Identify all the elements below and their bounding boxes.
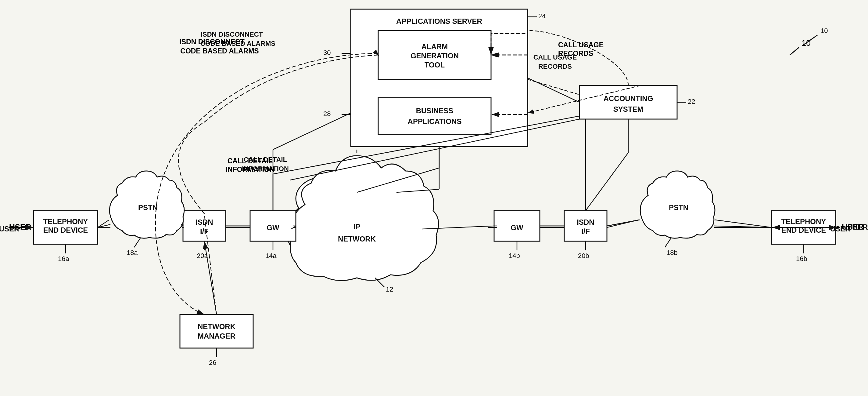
isdn-disconnect-annotation-2: CODE BASED ALARMS (180, 47, 259, 55)
ref-26: 26 (209, 359, 216, 366)
network-manager-label-1: NETWORK (198, 322, 236, 331)
svg-line-70 (528, 79, 580, 95)
isdn-if-b-label-2: I/F (581, 227, 590, 235)
pstn-b-cloud: PSTN (640, 171, 715, 238)
ip-network-cloud: IP NETWORK (287, 156, 439, 281)
call-usage-annotation-1: CALL USAGE (558, 41, 603, 49)
svg-line-98 (204, 241, 217, 314)
alarm-gen-tool-label-1: ALARM (422, 43, 448, 51)
svg-line-71 (378, 55, 379, 56)
svg-line-16 (134, 238, 140, 247)
user-a-text: USER (9, 222, 31, 231)
user-b-text: USER (842, 222, 864, 231)
ref-28: 28 (323, 110, 331, 117)
ref-14b: 14b (509, 252, 520, 259)
pstn-a-label: PSTN (138, 203, 158, 211)
svg-line-17 (665, 238, 671, 247)
business-apps-box (378, 98, 491, 134)
ref-12: 12 (386, 285, 393, 293)
ref-16a: 16a (58, 255, 69, 262)
ref-30: 30 (323, 49, 331, 56)
ref-20b: 20b (578, 252, 589, 259)
business-apps-label-1: BUSINESS (416, 107, 454, 115)
svg-line-103 (790, 47, 799, 55)
telephony-end-a-label-2: END DEVICE (43, 226, 88, 234)
network-manager-label-2: MANAGER (198, 332, 236, 340)
pstn-b-label: PSTN (669, 203, 688, 211)
accounting-system-label-1: ACCOUNTING (603, 94, 653, 103)
call-detail-annotation-1: CALL DETAIL (227, 157, 273, 165)
ref-18b: 18b (666, 249, 678, 256)
ref-22: 22 (688, 98, 695, 105)
accounting-system-label-2: SYSTEM (613, 105, 644, 113)
gw-a-label: GW (267, 224, 279, 232)
svg-line-86 (607, 220, 639, 226)
ref-16b: 16b (796, 255, 807, 262)
ref-14a: 14a (265, 252, 277, 259)
ip-network-label-1: IP (353, 223, 361, 231)
telephony-end-b-label-1: TELEPHONY (781, 217, 826, 226)
business-apps-label-2: APPLICATIONS (408, 117, 462, 125)
ref-10-text: 10 (802, 38, 811, 48)
gw-b-label: GW (510, 224, 523, 232)
svg-line-69 (586, 153, 628, 211)
ip-network-label-2: NETWORK (338, 235, 376, 243)
isdn-disconnect-annotation-1: ISDN DISCONNECT (179, 38, 244, 46)
isdn-if-b-label-1: ISDN (577, 218, 594, 226)
diagram-container: APPLICATIONS SERVER 24 ALARM GENERATION … (0, 0, 868, 396)
pstn-a-cloud: PSTN (110, 171, 184, 238)
isdn-if-a-label-1: ISDN (195, 218, 213, 226)
isdn-disconnect-label-1: ISDN DISCONNECT (201, 31, 263, 38)
isdn-if-a-label-2: I/F (200, 227, 209, 235)
telephony-end-a-label-1: TELEPHONY (43, 217, 88, 226)
alarm-gen-tool-label-3: TOOL (425, 61, 445, 69)
svg-line-74 (273, 113, 351, 150)
call-detail-annotation-2: INFORMATION (226, 166, 275, 173)
ref-24: 24 (538, 12, 546, 20)
alarm-gen-tool-label-2: GENERATION (410, 52, 459, 60)
applications-server-label: APPLICATIONS SERVER (396, 17, 482, 25)
network-manager-box (180, 314, 253, 348)
call-usage-label-2: RECORDS (538, 63, 572, 70)
ref-10: 10 (820, 27, 828, 34)
call-usage-annotation-2: RECORDS (558, 50, 593, 57)
ref-18a: 18a (127, 249, 138, 256)
